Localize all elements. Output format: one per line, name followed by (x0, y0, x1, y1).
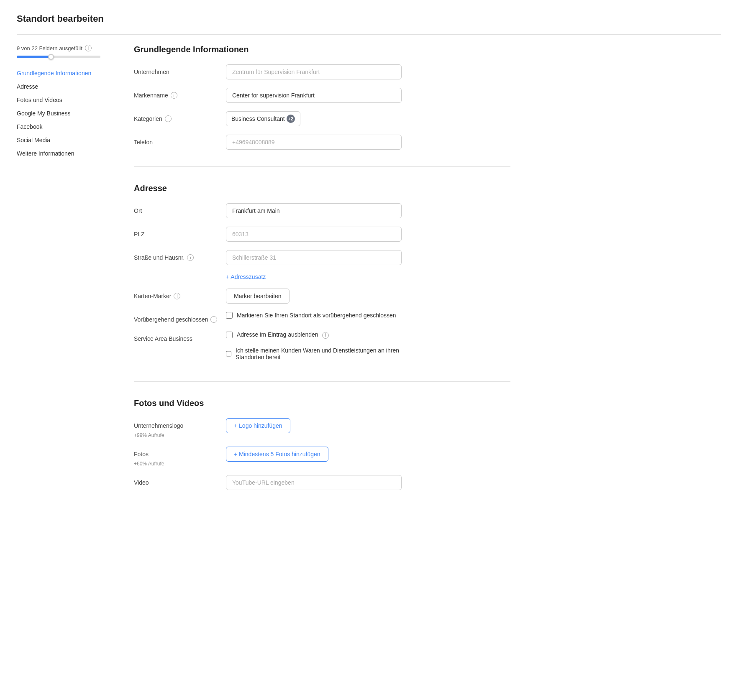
label-ort: Ort (134, 203, 226, 214)
categories-container: Business Consultant +2 (226, 111, 402, 126)
service-area-row-2: Ich stelle meinen Kunden Waren und Diens… (226, 347, 402, 360)
plz-input[interactable] (226, 227, 402, 242)
label-voruebergehend: Vorübergehend geschlossen i (134, 312, 226, 323)
divider-1 (134, 166, 510, 167)
service-area-checkboxes: Adresse im Eintrag ausblenden i Ich stel… (226, 331, 402, 365)
kategorien-info-icon[interactable]: i (165, 115, 172, 122)
control-ort (226, 203, 402, 218)
label-unternehmen: Unternehmen (134, 64, 226, 75)
label-fotos: Fotos +60% Aufrufe (134, 447, 226, 467)
waren-dienstleistungen-label: Ich stelle meinen Kunden Waren und Diens… (236, 347, 402, 360)
row-fotos: Fotos +60% Aufrufe + Mindestens 5 Fotos … (134, 447, 510, 467)
row-plz: PLZ (134, 227, 510, 242)
sidebar-item-weitere[interactable]: Weitere Informationen (17, 147, 109, 160)
category-label: Business Consultant (231, 115, 285, 122)
voruebergehend-info-icon[interactable]: i (210, 316, 217, 323)
marker-bearbeiten-button[interactable]: Marker bearbeiten (226, 289, 290, 304)
row-voruebergehend: Vorübergehend geschlossen i Markieren Si… (134, 312, 510, 323)
content: Grundlegende Informationen Unternehmen M… (134, 45, 510, 507)
logo-sub-label: +99% Aufrufe (134, 432, 164, 438)
category-badge: +2 (287, 115, 295, 123)
control-fotos: + Mindestens 5 Fotos hinzufügen (226, 447, 402, 462)
sidebar-nav: Grundlegende Informationen Adresse Fotos… (17, 66, 109, 160)
sidebar-item-social[interactable]: Social Media (17, 133, 109, 147)
divider-2 (134, 381, 510, 382)
section-grundlegende: Grundlegende Informationen Unternehmen M… (134, 45, 510, 150)
row-service-area: Service Area Business Adresse im Eintrag… (134, 331, 510, 365)
row-unternehmen: Unternehmen (134, 64, 510, 79)
label-kategorien: Kategorien i (134, 111, 226, 122)
progress-label: 9 von 22 Feldern ausgefüllt (17, 45, 82, 51)
row-markenname: Markenname i (134, 88, 510, 103)
section-fotos: Fotos und Videos Unternehmenslogo +99% A… (134, 399, 510, 490)
control-telefon (226, 135, 402, 150)
adresse-ausblenden-info-icon[interactable]: i (322, 332, 329, 339)
strasse-input[interactable] (226, 250, 402, 265)
control-kategorien: Business Consultant +2 (226, 111, 402, 126)
label-adresszusatz-empty (134, 273, 226, 278)
row-ort: Ort (134, 203, 510, 218)
voruebergehend-checkbox-label: Markieren Sie Ihren Standort als vorüber… (237, 312, 396, 319)
page-container: Standort bearbeiten 9 von 22 Feldern aus… (0, 0, 738, 700)
category-tag-business[interactable]: Business Consultant +2 (226, 111, 300, 126)
control-karten-marker: Marker bearbeiten (226, 289, 402, 304)
sidebar-item-google[interactable]: Google My Business (17, 107, 109, 120)
progress-bar-fill (17, 56, 51, 58)
progress-bar-container (17, 56, 100, 58)
control-video (226, 475, 402, 490)
row-karten-marker: Karten-Marker i Marker bearbeiten (134, 289, 510, 304)
label-service-area: Service Area Business (134, 331, 226, 342)
fotos-sub-label: +60% Aufrufe (134, 461, 164, 467)
progress-knob (48, 54, 54, 60)
sidebar-item-grundlegende[interactable]: Grundlegende Informationen (17, 66, 109, 80)
page-title: Standort bearbeiten (17, 13, 721, 24)
unternehmen-input[interactable] (226, 64, 402, 79)
logo-hinzufuegen-button[interactable]: + Logo hinzufügen (226, 418, 290, 433)
section-grundlegende-title: Grundlegende Informationen (134, 45, 510, 54)
ort-input[interactable] (226, 203, 402, 218)
row-adresszusatz: + Adresszusatz (134, 273, 510, 280)
video-input[interactable] (226, 475, 402, 490)
label-telefon: Telefon (134, 135, 226, 146)
row-video: Video (134, 475, 510, 490)
sidebar-item-fotos[interactable]: Fotos und Videos (17, 93, 109, 107)
label-strasse: Straße und Hausnr. i (134, 250, 226, 261)
row-kategorien: Kategorien i Business Consultant +2 (134, 111, 510, 126)
main-layout: 9 von 22 Feldern ausgefüllt i Grundlegen… (17, 45, 721, 507)
markenname-info-icon[interactable]: i (171, 92, 177, 99)
section-fotos-title: Fotos und Videos (134, 399, 510, 408)
adresse-ausblenden-label: Adresse im Eintrag ausblenden i (237, 331, 329, 339)
fotos-hinzufuegen-button[interactable]: + Mindestens 5 Fotos hinzufügen (226, 447, 328, 462)
label-logo: Unternehmenslogo +99% Aufrufe (134, 418, 226, 438)
label-karten-marker: Karten-Marker i (134, 289, 226, 299)
sidebar: 9 von 22 Feldern ausgefüllt i Grundlegen… (17, 45, 109, 507)
service-area-row-1: Adresse im Eintrag ausblenden i (226, 331, 402, 339)
control-strasse (226, 250, 402, 265)
adresszusatz-link-label: + Adresszusatz (226, 273, 266, 280)
control-unternehmen (226, 64, 402, 79)
karten-marker-info-icon[interactable]: i (174, 293, 180, 299)
label-plz: PLZ (134, 227, 226, 238)
progress-info-icon[interactable]: i (85, 45, 92, 51)
voruebergehend-checkbox[interactable] (226, 312, 233, 319)
section-adresse-title: Adresse (134, 184, 510, 193)
row-telefon: Telefon (134, 135, 510, 150)
telefon-input[interactable] (226, 135, 402, 150)
adresszusatz-link[interactable]: + Adresszusatz (226, 273, 402, 280)
label-markenname: Markenname i (134, 88, 226, 99)
control-service-area: Adresse im Eintrag ausblenden i Ich stel… (226, 331, 402, 365)
strasse-info-icon[interactable]: i (187, 254, 194, 261)
sidebar-item-adresse[interactable]: Adresse (17, 80, 109, 93)
sidebar-item-facebook[interactable]: Facebook (17, 120, 109, 133)
waren-dienstleistungen-checkbox[interactable] (226, 350, 231, 357)
control-logo: + Logo hinzufügen (226, 418, 402, 433)
adresse-ausblenden-checkbox[interactable] (226, 332, 233, 338)
control-voruebergehend: Markieren Sie Ihren Standort als vorüber… (226, 312, 402, 323)
control-markenname (226, 88, 402, 103)
control-adresszusatz: + Adresszusatz (226, 273, 402, 280)
header-divider (17, 34, 721, 35)
control-plz (226, 227, 402, 242)
markenname-input[interactable] (226, 88, 402, 103)
row-strasse: Straße und Hausnr. i (134, 250, 510, 265)
progress-info: 9 von 22 Feldern ausgefüllt i (17, 45, 109, 51)
